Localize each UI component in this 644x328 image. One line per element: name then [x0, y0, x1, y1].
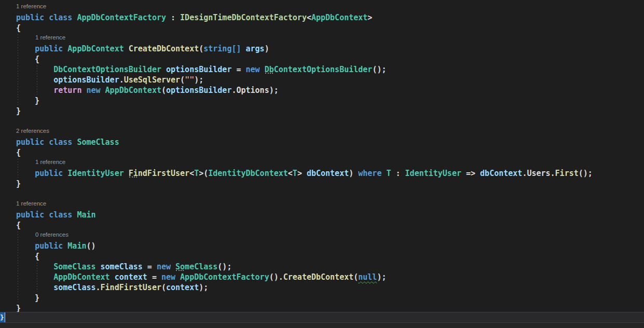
code-token: .: [96, 283, 101, 292]
cutoff-brace-chip: }: [0, 312, 5, 322]
code-token: public: [35, 44, 67, 53]
code-token: }: [16, 293, 39, 303]
code-token: optionsBuilder: [166, 65, 231, 74]
codelens-label[interactable]: 1 reference: [16, 2, 46, 12]
code-line: {: [16, 23, 21, 33]
codelens-label[interactable]: 1 reference: [16, 199, 46, 210]
code-token: FindFirstUser: [129, 169, 189, 178]
code-token: public class: [16, 138, 77, 147]
code-token: ();: [579, 169, 593, 178]
code-line: public AppDbContext CreateDbContext(stri…: [16, 44, 269, 54]
code-token: }: [16, 179, 21, 188]
code-token: (: [353, 272, 358, 282]
code-token: string[]: [203, 44, 245, 53]
code-token: IdentityUser: [405, 169, 466, 178]
code-token: CreateDbContext: [283, 272, 353, 282]
codelens-label[interactable]: 1 reference: [35, 33, 65, 44]
code-token: new: [246, 65, 265, 74]
code-token: :: [391, 169, 405, 178]
code-token: IdentityDbContext: [208, 169, 288, 178]
code-token: );: [194, 75, 203, 85]
horizontal-scrollbar[interactable]: }: [0, 312, 644, 323]
code-token: [16, 241, 35, 251]
code-token: AppDbContext: [311, 13, 367, 22]
code-token: new: [161, 272, 180, 282]
code-line: optionsBuilder.UseSqlServer("");: [16, 75, 203, 85]
code-token: [16, 75, 53, 85]
code-token: dbContext: [480, 169, 522, 178]
code-token: [16, 169, 35, 178]
code-token: AppDbContext: [105, 86, 161, 95]
code-token: :: [166, 13, 180, 22]
code-token: [16, 283, 53, 292]
code-token: [16, 262, 53, 271]
code-token: {: [16, 23, 21, 33]
code-token: return: [53, 86, 86, 95]
code-token: T: [293, 169, 297, 178]
code-token: First: [555, 169, 579, 178]
code-editor[interactable]: 1 referencepublic class AppDbContextFact…: [0, 0, 644, 328]
code-token: CreateDbContext: [129, 44, 199, 53]
code-line: someClass.FindFirstUser(context);: [16, 282, 208, 293]
code-token: {: [16, 54, 39, 64]
code-token: AppDbContextFactory: [77, 13, 166, 22]
code-token: SomeClass: [53, 262, 100, 271]
code-line: {: [16, 147, 21, 158]
code-token: public class: [16, 13, 77, 22]
code-line: DbContextOptionsBuilder optionsBuilder =…: [16, 64, 386, 75]
code-line: AppDbContext context = new AppDbContextF…: [16, 272, 386, 282]
code-line: }: [16, 179, 21, 189]
code-token: [16, 65, 53, 74]
code-token: {: [16, 148, 21, 157]
code-token: (: [161, 86, 166, 95]
code-token: UseSqlServer: [124, 75, 180, 85]
code-token: someClass: [53, 283, 95, 292]
code-token: Main: [67, 241, 86, 251]
code-token: args: [246, 44, 265, 53]
code-token: (: [180, 75, 185, 85]
code-token: );: [269, 86, 279, 95]
code-token: =>: [466, 169, 480, 178]
code-line: public Main(): [16, 241, 96, 251]
code-token: "": [185, 75, 194, 85]
code-token: AppDbContext: [67, 44, 128, 53]
code-token: where: [358, 169, 386, 178]
code-line: {: [16, 251, 39, 262]
code-token: T: [386, 169, 391, 178]
code-line: {: [16, 220, 21, 230]
code-token: dbContext: [307, 169, 349, 178]
code-token: DbContextOptionsBuilder: [265, 65, 373, 74]
code-token: ();: [217, 262, 231, 271]
code-token: .: [119, 75, 124, 85]
code-token: [16, 86, 53, 95]
code-line: }: [16, 293, 39, 303]
codelens-label[interactable]: 2 references: [16, 127, 49, 137]
code-token: Options: [236, 86, 269, 95]
code-token: <: [189, 169, 194, 178]
code-line: {: [16, 54, 39, 64]
code-token: FindFirstUser: [101, 283, 161, 292]
code-token: T: [194, 169, 199, 178]
code-token: context: [166, 283, 199, 292]
code-line: }: [16, 106, 21, 116]
code-token: >: [297, 169, 307, 178]
code-token: ().: [269, 272, 283, 282]
code-line: return new AppDbContext(optionsBuilder.O…: [16, 85, 279, 95]
code-token: >(: [199, 169, 208, 178]
code-token: =: [147, 272, 161, 282]
code-token: [16, 272, 53, 282]
code-token: Users: [527, 169, 550, 178]
code-token: ();: [372, 65, 386, 74]
codelens-label[interactable]: 0 references: [35, 230, 68, 241]
code-token: new: [86, 86, 105, 95]
code-token: =: [231, 65, 245, 74]
code-token: public class: [16, 210, 77, 220]
code-line: SomeClass someClass = new SomeClass();: [16, 262, 231, 272]
code-token: (: [161, 283, 166, 292]
code-token: SomeClass: [175, 262, 217, 271]
codelens-label[interactable]: 1 reference: [35, 158, 65, 168]
code-token: DbContextOptionsBuilder: [53, 65, 166, 74]
code-token: <: [307, 13, 311, 22]
code-token: AppDbContext: [53, 272, 114, 282]
code-token: new: [157, 262, 175, 271]
